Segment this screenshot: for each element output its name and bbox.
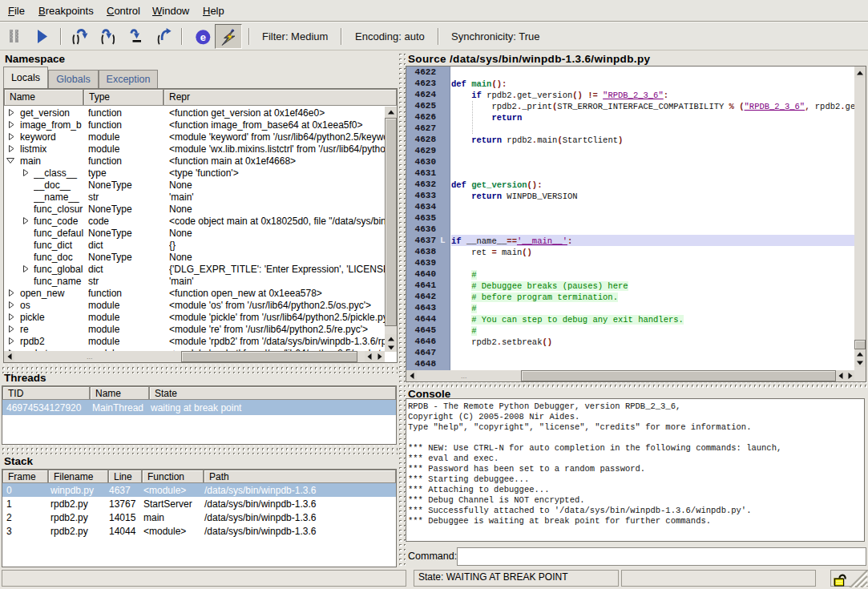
svg-text:e: e [200, 31, 206, 43]
